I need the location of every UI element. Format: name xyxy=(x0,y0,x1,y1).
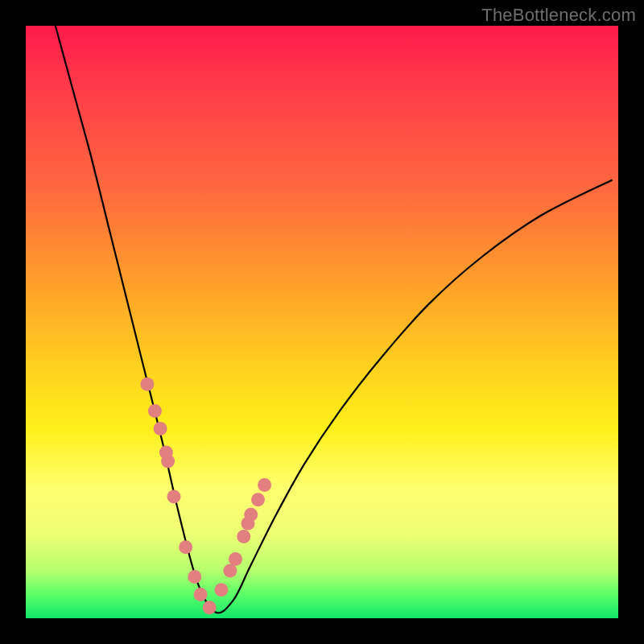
sample-marker xyxy=(223,564,237,578)
sample-marker xyxy=(140,378,154,391)
sample-marker xyxy=(179,540,192,554)
sample-marker xyxy=(237,530,250,543)
sample-markers xyxy=(140,378,271,615)
sample-marker xyxy=(244,508,258,522)
sample-marker xyxy=(161,455,175,469)
chart-svg xyxy=(26,26,618,618)
sample-marker xyxy=(203,601,217,614)
sample-marker xyxy=(148,404,162,418)
sample-marker xyxy=(194,588,208,601)
sample-marker xyxy=(251,493,265,506)
watermark-text: TheBottleneck.com xyxy=(481,5,636,26)
sample-marker xyxy=(154,422,167,436)
plot-area xyxy=(26,26,618,618)
bottleneck-curve xyxy=(56,26,613,613)
sample-marker xyxy=(214,583,228,597)
sample-marker xyxy=(188,570,201,584)
sample-marker xyxy=(167,490,181,504)
sample-marker xyxy=(229,552,242,566)
chart-frame: TheBottleneck.com xyxy=(0,0,644,644)
sample-marker xyxy=(258,478,271,492)
